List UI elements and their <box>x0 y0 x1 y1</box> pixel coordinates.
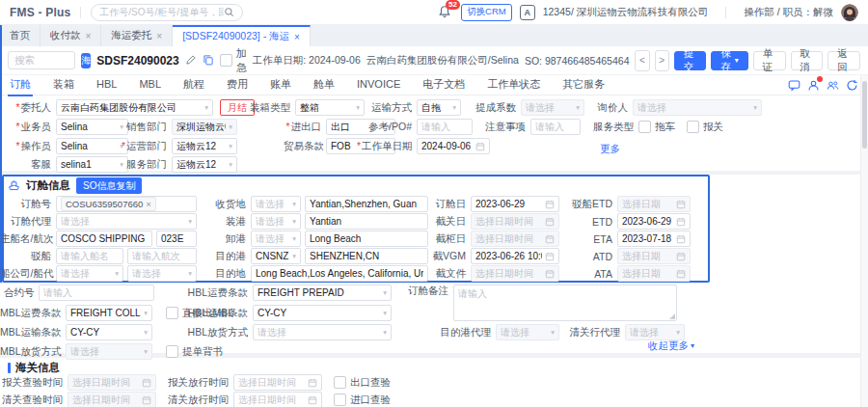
export_check-checkbox[interactable]: 出口查验 <box>334 376 391 390</box>
pod-2-input[interactable]: Long Beach <box>305 231 428 247</box>
pol-select[interactable]: 请选择▾ <box>251 213 301 230</box>
checkbox-box[interactable] <box>220 54 232 67</box>
contract_no-input[interactable]: 请输入 <box>39 285 154 301</box>
more_link[interactable]: 更多 <box>600 143 620 156</box>
checkbox-box[interactable] <box>334 393 346 406</box>
module-tab-其它服务[interactable]: 其它服务 <box>562 77 605 94</box>
inquirer-select[interactable]: 请选择▾ <box>633 99 762 116</box>
module-tab-工作单状态[interactable]: 工作单状态 <box>487 77 540 94</box>
mbl_freight-select[interactable]: FREIGHT COLLECT▾ <box>66 305 152 321</box>
salesman-select[interactable]: Selina▾ <box>56 119 128 135</box>
global-search-input[interactable]: 工作号/SO号/柜号/提单号，回车查询 <box>91 4 243 21</box>
nav-tab[interactable]: [SDSF24090023] - 海运× <box>173 25 311 46</box>
cc_check-date[interactable]: 选择日期时间 <box>68 374 156 391</box>
cutoff_vgm-date[interactable]: 2023-06-26 10:00 <box>471 248 559 264</box>
carrier-2-select[interactable]: 请选择▾ <box>127 265 197 282</box>
dest_port-2-input[interactable]: SHENZHEN,CN <box>305 248 428 264</box>
collapse_link[interactable]: 收起更多▾ <box>648 339 694 353</box>
mbl_transport-select[interactable]: CY-CY▾ <box>66 324 152 340</box>
vessel-input[interactable]: COSCO SHIPPING 1 <box>56 231 152 247</box>
documents-button[interactable]: 单证 <box>753 51 786 70</box>
user-icon[interactable] <box>807 79 820 92</box>
submit-button[interactable]: 提交 <box>674 51 707 70</box>
notification-bell-icon[interactable]: 52 <box>438 5 453 20</box>
contacts-icon[interactable] <box>827 79 839 92</box>
atd-date[interactable]: 选择日期 <box>617 248 691 264</box>
module-tab-账单[interactable]: 账单 <box>270 77 291 94</box>
nav-tab[interactable]: 首页 <box>0 25 41 46</box>
close-icon[interactable]: × <box>294 32 300 42</box>
box_type-select[interactable]: 整箱▾ <box>295 99 365 116</box>
commission-select[interactable]: 请选择▾ <box>521 99 584 116</box>
cc_release-date[interactable]: 选择日期时间 <box>233 374 322 391</box>
dest_place-input[interactable]: Long Beach,Los Angeles, California, Unit… <box>251 265 428 282</box>
bl_endorse-checkbox[interactable]: 提单背书 <box>166 345 223 359</box>
dest_port-select[interactable]: CNSNZ▾ <box>251 248 301 264</box>
etd-date[interactable]: 2023-06-29 <box>617 213 691 230</box>
ref_po-input[interactable]: 请输入 <box>417 119 473 135</box>
save-button[interactable]: 保存▾ <box>711 51 747 70</box>
receipt_place-2-input[interactable]: Yantian,Shenzhen, Guan <box>305 196 428 212</box>
notes-input[interactable]: 请输入 <box>530 119 581 135</box>
urgent-checkbox[interactable]: 加急 <box>220 46 247 75</box>
mbl_release-select[interactable]: 请选择▾ <box>66 343 152 360</box>
module-tab-费用[interactable]: 费用 <box>227 77 248 94</box>
clr_release-date[interactable]: 选择日期时间 <box>233 392 322 407</box>
copy-icon[interactable] <box>203 54 214 67</box>
refresh-icon[interactable] <box>846 79 858 92</box>
carrier-select[interactable]: 请选择▾ <box>56 265 123 282</box>
switch-crm-button[interactable]: 切换CRM <box>461 4 512 21</box>
module-tab-舱单[interactable]: 舱单 <box>313 77 335 94</box>
hbl_freight-select[interactable]: FREIGHT PREPAID▾ <box>253 285 392 301</box>
cancel-button[interactable]: 取消 <box>791 51 824 70</box>
checkbox-box[interactable] <box>166 307 178 319</box>
consignor-select[interactable]: 云南白药集团股份有限公司▾ <box>56 99 213 116</box>
chat-icon[interactable] <box>788 79 800 92</box>
prev-button[interactable]: < <box>635 50 649 71</box>
operator-select[interactable]: Selina▾ <box>56 138 128 154</box>
import_check-checkbox[interactable]: 进口查验 <box>334 393 391 407</box>
vessel-2-input[interactable]: 023E <box>156 231 197 247</box>
barge-input[interactable]: 请输入船名 <box>56 248 123 264</box>
eta-date[interactable]: 2023-07-18 <box>617 231 691 247</box>
svc_dept-select[interactable]: 运物云12▾ <box>172 156 237 173</box>
order-search-input[interactable]: 搜索 <box>8 51 75 69</box>
nav-tab[interactable]: 海运委托× <box>101 25 173 46</box>
close-icon[interactable]: × <box>156 31 162 41</box>
module-tab-MBL[interactable]: MBL <box>139 78 161 92</box>
receipt_place-select[interactable]: 请选择▾ <box>251 196 301 212</box>
module-tab-HBL[interactable]: HBL <box>96 78 117 92</box>
back-button[interactable]: 返回 <box>827 51 860 70</box>
dest_agent-select[interactable]: 请选择▾ <box>496 324 559 340</box>
remove-tag-icon[interactable]: × <box>146 199 151 209</box>
module-tab-订舱[interactable]: 订舱 <box>10 77 31 94</box>
module-tab-INVOICE[interactable]: INVOICE <box>357 78 400 92</box>
module-tab-航程[interactable]: 航程 <box>183 77 204 94</box>
service_type-2-checkbox[interactable]: 报关 <box>687 121 723 134</box>
op_dept-select[interactable]: 运物云12▾ <box>172 138 237 154</box>
bk_agent-select[interactable]: 请选择▾ <box>56 213 197 230</box>
search-icon[interactable] <box>224 7 234 17</box>
barge-2-input[interactable]: 请输入航次 <box>127 248 197 264</box>
cutoff_doc-date[interactable]: 选择日期时间 <box>471 265 559 282</box>
cutoff_customs-date[interactable]: 选择日期时间 <box>471 213 559 230</box>
bk_date-date[interactable]: 2023-06-29 <box>471 196 559 212</box>
transport_mode-select[interactable]: 自拖▾ <box>417 99 461 116</box>
clr_check-date[interactable]: 选择日期时间 <box>68 392 156 407</box>
checkbox-box[interactable] <box>687 121 699 133</box>
bk_no-tag[interactable]: COSU6359507660× <box>56 196 197 212</box>
next-button[interactable]: > <box>655 50 669 71</box>
module-tab-装箱[interactable]: 装箱 <box>53 77 74 94</box>
checkbox-box[interactable] <box>334 376 346 389</box>
scrollbar-thumb[interactable] <box>862 81 867 149</box>
service_type-checkbox[interactable]: 拖车 <box>638 121 675 134</box>
hbl_transport-select[interactable]: CY-CY▾ <box>253 305 392 321</box>
font-size-icon[interactable]: A <box>520 5 535 20</box>
avatar[interactable] <box>841 4 858 21</box>
hbl_release-select[interactable]: 请选择▾ <box>253 324 392 340</box>
cs-select[interactable]: selina1▾ <box>56 156 128 173</box>
ata-date[interactable]: 选择日期 <box>617 265 691 282</box>
pod-select[interactable]: 请选择▾ <box>251 231 301 247</box>
module-tab-电子文档[interactable]: 电子文档 <box>422 77 465 94</box>
barge_etd-date[interactable]: 选择日期 <box>617 196 691 212</box>
